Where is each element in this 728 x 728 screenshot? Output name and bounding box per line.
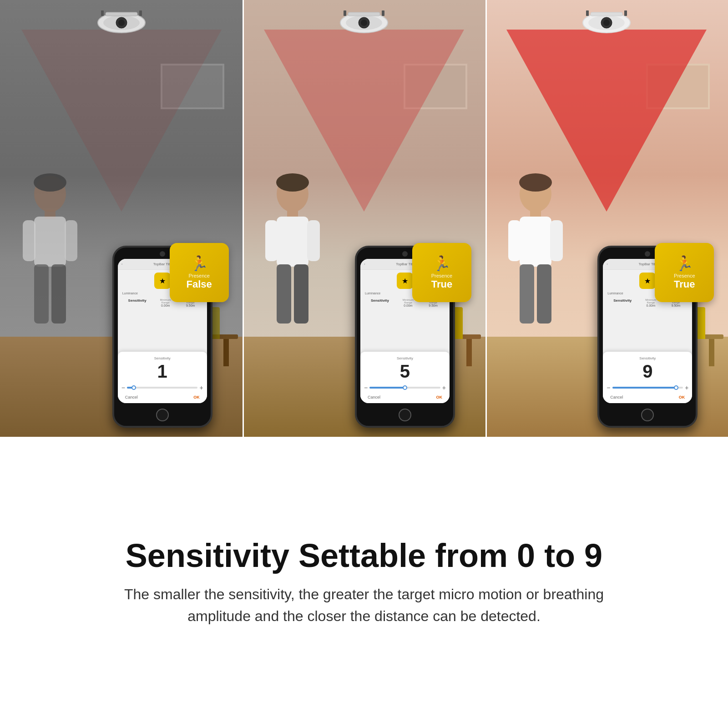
camera-3: [645, 251, 650, 257]
slider-thumb-3: [674, 385, 678, 390]
slider-row-3: − +: [607, 384, 688, 391]
dialog-buttons-3: Cancel OK: [607, 395, 688, 399]
text-section: Sensitivity Settable from 0 to 9 The sma…: [0, 437, 728, 728]
main-container: ‹ TopBar Title ★ Luminance Adju...: [0, 0, 728, 728]
main-title: Sensitivity Settable from 0 to 9: [126, 538, 602, 574]
svg-rect-44: [537, 264, 551, 324]
slider-track-2[interactable]: [369, 387, 440, 389]
slider-row-2: − +: [364, 384, 446, 391]
slider-fill-2: [369, 387, 405, 389]
divider-2: [485, 0, 487, 437]
svg-point-33: [603, 20, 610, 26]
slider-fill-3: [612, 387, 676, 389]
presence-badge-3: 🏃 Presence True: [655, 243, 714, 302]
person-3: [495, 171, 576, 346]
svg-rect-28: [277, 264, 291, 324]
table-leg-5: [709, 339, 714, 366]
runner-icon-1: 🏃: [190, 255, 208, 272]
svg-rect-40: [520, 217, 551, 267]
sensor-2: [339, 7, 389, 36]
slider-thumb-2: [403, 385, 407, 390]
camera-1: [160, 251, 165, 257]
svg-rect-20: [344, 10, 346, 16]
sensor-3: [581, 7, 632, 36]
svg-rect-29: [294, 264, 308, 324]
dialog-buttons-2: Cancel OK: [364, 395, 446, 399]
svg-rect-25: [277, 217, 308, 267]
home-btn-2[interactable]: [399, 409, 411, 421]
person-svg-3: [495, 171, 576, 344]
sensitivity-dialog-1: Sensitivity 1 − + Cancel OK: [118, 352, 207, 403]
svg-rect-26: [265, 220, 278, 261]
sensor-svg-1: [96, 7, 147, 34]
svg-rect-36: [624, 10, 627, 16]
sensor-svg-2: [339, 7, 389, 34]
table-leg-3: [466, 339, 472, 366]
svg-rect-4: [106, 12, 137, 16]
svg-rect-35: [586, 10, 589, 16]
sub-description: The smaller the sensitivity, the greater…: [124, 583, 604, 627]
slider-track-1[interactable]: [127, 387, 198, 389]
slider-track-3[interactable]: [612, 387, 683, 389]
svg-rect-11: [23, 220, 35, 261]
phone-2: ‹ TopBar Title ★ Luminance Adju...: [355, 246, 455, 428]
presence-icon-1: ★: [154, 273, 171, 289]
image-section: ‹ TopBar Title ★ Luminance Adju...: [0, 0, 728, 437]
svg-rect-14: [51, 264, 66, 324]
svg-rect-19: [348, 12, 380, 16]
svg-point-23: [276, 173, 309, 192]
home-btn-1[interactable]: [156, 409, 169, 421]
svg-rect-6: [139, 10, 142, 16]
svg-rect-42: [550, 220, 563, 261]
svg-rect-43: [520, 264, 534, 324]
camera-2: [402, 251, 408, 257]
presence-badge-1: 🏃 Presence False: [170, 243, 229, 302]
presence-icon-2: ★: [397, 273, 413, 289]
phone-1: ‹ TopBar Title ★ Luminance Adju...: [112, 246, 212, 428]
sensitivity-dialog-2: Sensitivity 5 − + Cancel OK: [360, 352, 450, 403]
sensor-svg-3: [581, 7, 632, 34]
svg-rect-13: [34, 264, 49, 324]
runner-icon-3: 🏃: [675, 255, 693, 272]
svg-rect-34: [591, 12, 622, 16]
person-svg-1: [9, 171, 91, 344]
svg-point-18: [361, 20, 367, 26]
person-1: [9, 171, 91, 346]
svg-rect-41: [508, 220, 521, 261]
panel-2: ‹ TopBar Title ★ Luminance Adju...: [243, 0, 485, 437]
presence-icon-3: ★: [639, 273, 656, 289]
home-btn-3[interactable]: [641, 409, 654, 421]
person-svg-2: [252, 171, 334, 344]
person-2: [252, 171, 334, 346]
svg-point-8: [34, 173, 66, 192]
slider-thumb-1: [131, 385, 136, 390]
sensitivity-dialog-3: Sensitivity 9 − + Cancel OK: [603, 352, 692, 403]
presence-badge-2: 🏃 Presence True: [412, 243, 471, 302]
svg-rect-10: [34, 217, 66, 267]
svg-point-38: [519, 173, 552, 192]
svg-rect-27: [307, 220, 320, 261]
svg-point-3: [118, 20, 125, 26]
svg-rect-21: [382, 10, 384, 16]
svg-rect-12: [65, 220, 77, 261]
table-leg-1: [223, 339, 229, 366]
phone-3: ‹ TopBar Title ★ Luminance Adju...: [597, 246, 698, 428]
divider-1: [243, 0, 244, 437]
panel-3: ‹ TopBar Title ★ Luminance Adju...: [485, 0, 728, 437]
panel-1: ‹ TopBar Title ★ Luminance Adju...: [0, 0, 243, 437]
svg-rect-5: [101, 10, 104, 16]
dialog-buttons-1: Cancel OK: [121, 395, 203, 399]
runner-icon-2: 🏃: [433, 255, 451, 272]
slider-row-1: − +: [121, 384, 203, 391]
sensor-1: [96, 7, 147, 36]
